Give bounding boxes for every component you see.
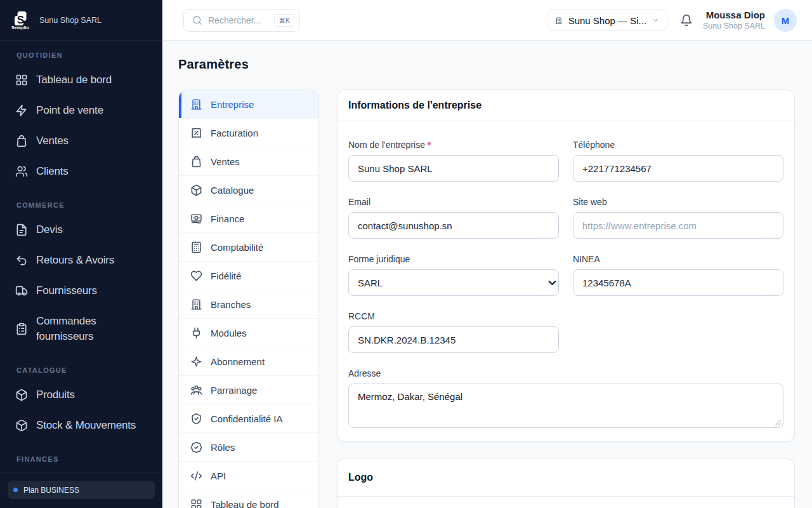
- svg-text:S: S: [17, 14, 24, 26]
- svg-text:Semplio: Semplio: [11, 25, 30, 30]
